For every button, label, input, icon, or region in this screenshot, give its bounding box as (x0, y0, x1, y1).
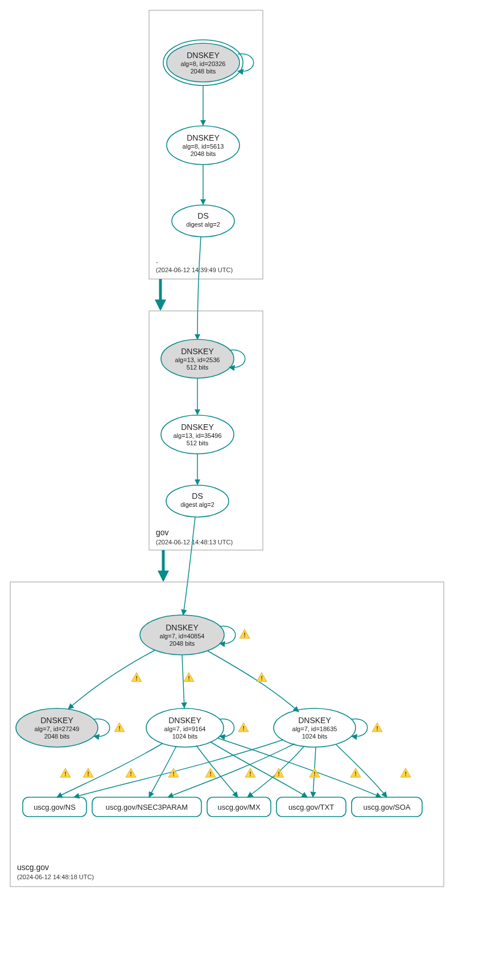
zone-gov-time: (2024-06-12 14:48:13 UTC) (156, 539, 233, 546)
svg-text:DS: DS (192, 491, 203, 501)
svg-text:2048 bits: 2048 bits (191, 150, 216, 157)
edge-z1-ns (57, 744, 162, 797)
zone-root-time: (2024-06-12 14:39:49 UTC) (156, 266, 233, 273)
svg-text:digest alg=2: digest alg=2 (180, 501, 214, 508)
zone-gov-name: gov (156, 528, 169, 537)
svg-text:uscg.gov/NS: uscg.gov/NS (34, 803, 76, 811)
svg-text:1024 bits: 1024 bits (302, 733, 328, 740)
zone-root-name: . (156, 256, 158, 265)
node-gov-zsk: DNSKEY alg=13, id=35496 512 bits (161, 415, 234, 454)
node-root-zsk: DNSKEY alg=8, id=5613 2048 bits (167, 126, 240, 165)
svg-text:alg=8, id=20326: alg=8, id=20326 (181, 60, 226, 67)
svg-text:2048 bits: 2048 bits (191, 68, 216, 75)
svg-text:digest alg=2: digest alg=2 (186, 221, 220, 228)
svg-text:alg=7, id=18635: alg=7, id=18635 (292, 725, 337, 732)
svg-text:DS: DS (197, 211, 208, 220)
svg-text:uscg.gov/NSEC3PARAM: uscg.gov/NSEC3PARAM (106, 803, 188, 811)
node-gov-ds: DS digest alg=2 (166, 485, 229, 517)
node-root-ksk: DNSKEY alg=8, id=20326 2048 bits (163, 40, 243, 85)
svg-text:uscg.gov/MX: uscg.gov/MX (217, 803, 260, 811)
edge-z2-mx (247, 746, 304, 797)
warn-icon (257, 673, 267, 682)
edge-uscg-ksk-k2 (68, 650, 155, 709)
warn-icon (131, 673, 142, 682)
svg-text:uscg.gov/TXT: uscg.gov/TXT (288, 803, 334, 811)
edge-root-ds-gov-ksk (197, 237, 201, 339)
svg-text:alg=7, id=27249: alg=7, id=27249 (35, 725, 80, 732)
svg-text:alg=7, id=9164: alg=7, id=9164 (164, 725, 206, 732)
warn-icon (245, 768, 255, 777)
svg-text:alg=7, id=40854: alg=7, id=40854 (160, 633, 205, 639)
warn-icon (83, 768, 93, 777)
warn-icon (238, 723, 249, 732)
rr-nsec3: uscg.gov/NSEC3PARAM (92, 797, 201, 817)
rr-txt: uscg.gov/TXT (276, 797, 346, 817)
edge-z2-ns (74, 740, 283, 797)
svg-text:1024 bits: 1024 bits (172, 733, 198, 740)
edge-gov-ds-uscg-ksk (183, 517, 195, 615)
warn-icon (240, 629, 250, 638)
node-uscg-z1: DNSKEY alg=7, id=9164 1024 bits (146, 708, 224, 747)
svg-text:512 bits: 512 bits (187, 440, 209, 446)
svg-text:alg=13, id=2536: alg=13, id=2536 (175, 356, 220, 363)
warn-icon (126, 768, 136, 777)
svg-text:DNSKEY: DNSKEY (168, 716, 201, 725)
svg-text:DNSKEY: DNSKEY (181, 347, 214, 356)
svg-text:DNSKEY: DNSKEY (181, 423, 214, 432)
edge-uscg-ksk-z2 (208, 651, 299, 712)
warn-icon (401, 768, 411, 777)
svg-text:DNSKEY: DNSKEY (40, 716, 73, 725)
svg-text:DNSKEY: DNSKEY (166, 623, 199, 632)
warn-icon (60, 768, 71, 777)
warn-icon (184, 673, 194, 682)
svg-text:512 bits: 512 bits (187, 364, 209, 371)
rr-mx: uscg.gov/MX (207, 797, 271, 817)
warn-icon (350, 768, 361, 777)
node-uscg-z2: DNSKEY alg=7, id=18635 1024 bits (274, 708, 356, 747)
svg-text:alg=13, id=35496: alg=13, id=35496 (173, 432, 221, 439)
svg-text:DNSKEY: DNSKEY (187, 51, 220, 60)
node-root-ds: DS digest alg=2 (172, 205, 234, 237)
svg-text:2048 bits: 2048 bits (44, 733, 70, 740)
svg-text:uscg.gov/SOA: uscg.gov/SOA (363, 803, 410, 811)
svg-text:DNSKEY: DNSKEY (298, 716, 331, 725)
warn-icon (274, 768, 284, 777)
rr-ns: uscg.gov/NS (23, 797, 86, 817)
svg-text:2048 bits: 2048 bits (170, 640, 195, 647)
zone-uscg-time: (2024-06-12 14:48:18 UTC) (17, 874, 94, 880)
edge-root-ksk-self (238, 54, 254, 72)
edge-z1-mx (196, 745, 238, 797)
zone-uscg-name: uscg.gov (17, 863, 49, 872)
node-gov-ksk: DNSKEY alg=13, id=2536 512 bits (161, 339, 234, 378)
warn-icon (372, 723, 382, 732)
node-uscg-ksk: DNSKEY alg=7, id=40854 2048 bits (140, 615, 224, 655)
svg-text:DNSKEY: DNSKEY (187, 133, 220, 142)
warn-icon (205, 768, 216, 777)
node-uscg-k2: DNSKEY alg=7, id=27249 2048 bits (16, 708, 98, 747)
warn-icon (114, 723, 125, 732)
rr-soa: uscg.gov/SOA (352, 797, 422, 817)
svg-text:alg=8, id=5613: alg=8, id=5613 (183, 143, 224, 150)
